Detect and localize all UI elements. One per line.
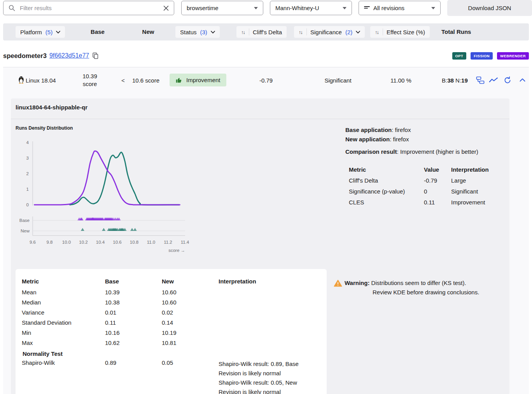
kde-distribution-chart: 01234BaseNew9.69.810.010.210.410.610.811… [12, 136, 214, 257]
revision-hash-link[interactable]: 9f6623d51e77 [49, 52, 89, 59]
results-container: Linux 18.04 10.39 score < 10.6 score Imp… [3, 67, 529, 394]
platform-filter-count: (5) [46, 29, 52, 35]
sort-arrows-icon[interactable]: ↑↓ [299, 29, 302, 35]
statistics-card: Metric Base New Interpretation Mean 10.3… [16, 269, 327, 394]
retrigger-refresh-icon[interactable] [504, 76, 511, 84]
metrics-header-metric: Metric [349, 164, 424, 175]
copy-icon [93, 53, 98, 59]
badge-fission: FISSION [471, 52, 493, 60]
stat-new: 10.81 [162, 338, 219, 348]
chevron-down-icon [56, 31, 60, 33]
stat-name: Shapiro-Wilk [22, 359, 105, 394]
expanded-details-panel: linux1804-64-shippable-qr Runs Density D… [11, 98, 509, 394]
divider [306, 28, 307, 35]
effect-size-sort-chip[interactable]: ↑↓ Effect Size (%) [370, 26, 430, 38]
metric-interpretation: Significant [451, 186, 507, 197]
revisions-select-value: All revisions [373, 5, 404, 11]
svg-text:3: 3 [26, 156, 29, 160]
status-badge: Improvement [170, 74, 226, 86]
filter-results-searchbox[interactable] [3, 1, 174, 15]
svg-text:11.4: 11.4 [181, 240, 189, 244]
framework-select[interactable]: browsertime [181, 1, 263, 15]
ks-test-warning: Warning: Distributions seem to differ (K… [333, 278, 504, 297]
revision-badges: OPT FISSION WEBRENDER [452, 52, 529, 60]
new-application-label: New application [345, 136, 390, 142]
badge-opt: OPT [452, 52, 467, 60]
stat-base: 0.11 [105, 317, 162, 327]
subtests-icon[interactable] [476, 76, 485, 84]
sort-arrows-icon[interactable]: ↑↓ [241, 29, 245, 35]
stat-base: 0.89 [105, 359, 162, 394]
status-filter-label: Status [180, 29, 197, 35]
warning-text: Warning: Distributions seem to differ (K… [345, 278, 504, 297]
stat-interpretation [219, 317, 320, 327]
new-runs-label: N: [455, 77, 461, 84]
clear-search-icon[interactable] [163, 5, 169, 11]
metrics-header-value: Value [424, 164, 451, 175]
metrics-summary-table: Metric Value Interpretation Cliff's Delt… [349, 164, 507, 208]
divider [11, 119, 509, 119]
row-cliffs-delta: -0.79 [247, 77, 285, 84]
stats-header-interpretation: Interpretation [219, 275, 320, 287]
revision-header: speedometer3 9f6623d51e77 OPT FISSION WE… [3, 47, 529, 64]
svg-text:4: 4 [26, 140, 29, 145]
stat-interpretation [219, 338, 320, 348]
shapiro-interpretation-base: Shapiro-Wilk result: 0.89, Base Revision… [219, 359, 320, 378]
perfcompare-results-page: browsertime Mann-Whitney-U All revisions… [0, 0, 532, 394]
stats-header-metric: Metric [22, 275, 105, 287]
sort-arrows-icon[interactable]: ↑↓ [375, 29, 378, 35]
chevron-down-icon [211, 31, 215, 33]
status-filter-chip[interactable]: Status (3) [175, 26, 220, 38]
svg-text:9.8: 9.8 [47, 240, 53, 244]
stat-base: 10.39 [105, 287, 162, 297]
row-new-score: 10.6 score [132, 77, 159, 84]
stats-header-base: Base [105, 275, 162, 287]
stat-interpretation: Shapiro-Wilk result: 0.89, Base Revision… [219, 359, 320, 394]
shapiro-interpretation-new: Shapiro-Wilk result: 0.05, New Revision … [219, 378, 320, 394]
base-application-line: Base application: firefox [345, 127, 411, 133]
platform-key-title: linux1804-64-shippable-qr [16, 104, 88, 111]
stat-name: Max [22, 338, 105, 348]
statistics-table: Metric Base New Interpretation Mean 10.3… [22, 275, 320, 394]
stat-new: 10.19 [162, 327, 219, 338]
comparison-result-line: Comparison result: Improvement (higher i… [345, 148, 478, 155]
svg-text:10.0: 10.0 [62, 240, 71, 244]
collapse-chevron-up-icon[interactable] [520, 78, 525, 82]
stat-name: Median [22, 297, 105, 307]
new-application-line: New application: firefox [345, 136, 409, 142]
stat-base: 10.62 [105, 338, 162, 348]
download-json-button[interactable]: Download JSON [447, 0, 532, 16]
warning-line1: Distributions seem to differ (KS test). [371, 280, 466, 286]
thumb-up-icon [175, 77, 182, 84]
comparison-result-value: Improvement (higher is better) [400, 148, 478, 155]
stat-interpretation [219, 297, 320, 307]
dropdown-caret-icon [254, 7, 258, 9]
statistic-select[interactable]: Mann-Whitney-U [270, 1, 352, 15]
metric-value: 0.11 [424, 197, 451, 208]
platform-filter-chip[interactable]: Platform (5) [16, 26, 65, 38]
svg-text:10.4: 10.4 [96, 240, 105, 244]
stats-header-new: New [162, 275, 219, 287]
svg-text:11.2: 11.2 [164, 240, 172, 244]
stat-interpretation [219, 327, 320, 338]
row-comparison-sign: < [121, 77, 125, 84]
search-input[interactable] [19, 4, 159, 12]
new-application-value: firefox [393, 136, 409, 142]
cliffs-delta-sort-chip[interactable]: ↑↓ Cliff's Delta [236, 26, 287, 38]
metric-name: Cliff's Delta [349, 175, 424, 186]
normality-test-section-label: Normality Test [22, 348, 320, 359]
search-icon [9, 5, 15, 11]
base-application-label: Base application [345, 127, 392, 133]
significance-filter-chip[interactable]: ↑↓ Significance (2) [294, 26, 365, 38]
row-base-score-value: 10.39 [82, 73, 97, 79]
copy-hash-button[interactable] [92, 52, 99, 60]
results-table-header: Platform (5) Base New Status (3) ↑↓ Clif… [3, 23, 529, 40]
row-base-score: 10.39 score [76, 72, 103, 88]
status-filter-count: (3) [200, 29, 207, 35]
suite-name: speedometer3 [3, 52, 47, 60]
stat-base: 0.01 [105, 307, 162, 317]
revisions-filter-select[interactable]: All revisions [359, 1, 441, 15]
graph-icon[interactable] [489, 77, 498, 83]
stat-new: 0.05 [162, 359, 219, 394]
svg-text:New: New [21, 229, 30, 233]
